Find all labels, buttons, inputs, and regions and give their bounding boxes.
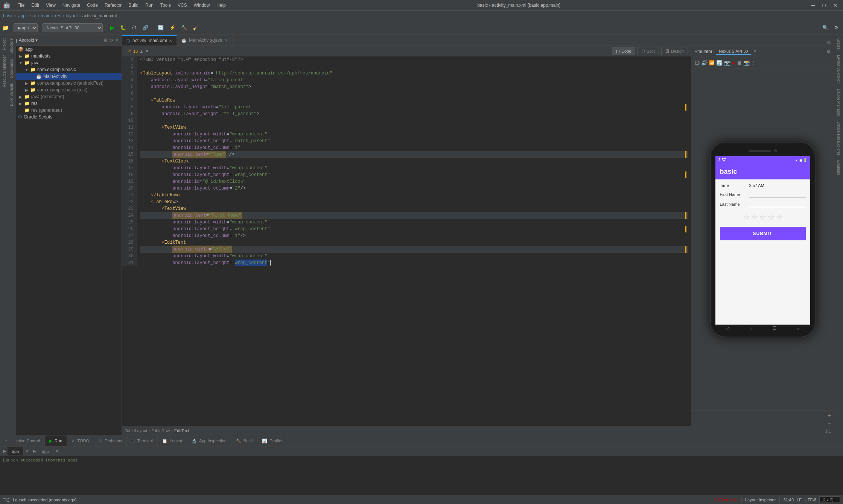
breadcrumb-tablerow[interactable]: TableRow xyxy=(152,428,170,433)
close-panel-icon[interactable]: ✕ xyxy=(115,38,119,43)
device-file-explorer-label[interactable]: Device File Explorer xyxy=(836,119,841,157)
record-btn[interactable]: ● xyxy=(732,60,735,66)
layout-validation-label[interactable]: Layout Validation xyxy=(836,53,841,86)
settings-button[interactable]: ⚙ xyxy=(832,24,841,32)
project-panel-label[interactable]: Project xyxy=(2,36,7,52)
menu-navigate[interactable]: Navigate xyxy=(59,2,83,9)
tree-item-java-generated[interactable]: ▶ 📁 java (generated) xyxy=(9,93,122,100)
settings-editor-icon[interactable]: ⚙ xyxy=(824,40,834,46)
code-editor[interactable]: 1 2 3 4 5 6 7 8 9 10 11 12 13 xyxy=(122,56,691,426)
power-btn[interactable]: ⏻ xyxy=(694,60,700,66)
tab-mainactivity-java[interactable]: ☕ MainActivity.java ✕ xyxy=(177,35,232,46)
phone-screen[interactable]: 2:57 ▲ ◼ 🔋 basic xyxy=(715,156,810,325)
menu-run[interactable]: Run xyxy=(142,2,157,9)
sync-button[interactable]: 🔄 xyxy=(155,24,166,32)
back-button[interactable]: ◁ xyxy=(726,326,729,331)
build-tab[interactable]: 🔨 Build xyxy=(231,436,257,446)
build-variants-label[interactable]: Build Variants xyxy=(9,81,14,108)
expand-arrow-java-gen[interactable]: ▶ xyxy=(18,95,23,99)
menu-tools[interactable]: Tools xyxy=(157,2,174,9)
breadcrumb-tablelayout[interactable]: TableLayout xyxy=(125,428,147,433)
logcat-tab[interactable]: 📋 Logcat xyxy=(158,436,187,446)
make-button[interactable]: 🔨 xyxy=(179,24,189,32)
tree-item-res[interactable]: ▶ 📁 res xyxy=(9,100,122,107)
phone-submit-button[interactable]: SUBMIT xyxy=(720,227,806,240)
line-ending-indicator[interactable]: LF xyxy=(797,498,802,502)
close-run-tab[interactable]: ✕ xyxy=(25,449,28,453)
tree-item-app[interactable]: ▼ 📦 app xyxy=(9,46,122,53)
menu-help[interactable]: Help xyxy=(213,2,229,9)
emulator-edge-label[interactable]: Emulator xyxy=(836,158,841,178)
tree-item-gradle[interactable]: ▶ ⚙ Gradle Scripts xyxy=(9,114,122,120)
line-col-indicator[interactable]: 31:49 xyxy=(784,498,794,502)
expand-warnings-btn[interactable]: ▲ xyxy=(139,49,143,53)
minimize-button[interactable]: ─ xyxy=(809,2,817,8)
expand-arrow-manifests[interactable]: ▶ xyxy=(18,54,23,58)
menu-refactor[interactable]: Refactor xyxy=(102,2,125,9)
star-2[interactable]: ☆ xyxy=(751,213,758,222)
nav-app[interactable]: app xyxy=(18,13,26,18)
cog-icon[interactable]: ⚙ xyxy=(103,38,108,43)
gradle-sync[interactable]: ⚡ xyxy=(167,24,178,32)
menu-file[interactable]: File xyxy=(14,2,27,9)
breadcrumb-edittext[interactable]: EditText xyxy=(174,428,189,433)
close-tab-java[interactable]: ✕ xyxy=(225,38,228,43)
menu-code[interactable]: Code xyxy=(84,2,101,9)
home-button[interactable]: ○ xyxy=(749,326,752,331)
tree-item-manifests[interactable]: ▶ 📁 manifests xyxy=(9,53,122,59)
nav-src[interactable]: src xyxy=(30,13,36,18)
emulator-device-tab[interactable]: Nexus S API 30 xyxy=(716,48,751,55)
problems-tab[interactable]: ⚠ Problems xyxy=(94,436,127,446)
tab-activity-main-xml[interactable]: ⬡ activity_main.xml ✕ xyxy=(122,35,177,46)
attach-button[interactable]: 🔗 xyxy=(140,24,151,32)
device-manager-label[interactable]: Device Manager xyxy=(836,87,841,118)
rotate-btn[interactable]: 🔄 xyxy=(716,60,723,66)
volume-up-btn[interactable]: 🔊 xyxy=(701,60,708,66)
expand-arrow-java[interactable]: ▼ xyxy=(18,61,23,65)
star-4[interactable]: ☆ xyxy=(768,213,775,222)
phone-firstname-input[interactable] xyxy=(749,191,806,197)
gradle-panel-label[interactable]: Gradle xyxy=(836,36,841,52)
encoding-indicator[interactable]: UTF-8 xyxy=(805,498,816,502)
stop-btn[interactable]: ⏹ xyxy=(736,60,742,66)
zoom-in-btn[interactable]: + xyxy=(828,412,831,419)
menu-window[interactable]: Window xyxy=(191,2,213,9)
gear-icon[interactable]: ⚙ xyxy=(109,38,113,43)
bookmarks-label[interactable]: Bookmarks xyxy=(9,57,14,80)
run-config-select[interactable]: ▶ app xyxy=(14,23,38,32)
menu-edit[interactable]: Edit xyxy=(28,2,42,9)
nav-current-file[interactable]: activity_main.xml xyxy=(82,13,117,18)
expand-arrow-res[interactable]: ▶ xyxy=(18,102,23,106)
maximize-button[interactable]: □ xyxy=(820,2,828,8)
tree-item-androidtest[interactable]: ▶ 📁 com.example.basic (androidTest) xyxy=(9,80,122,87)
tree-item-res-generated[interactable]: 📁 res (generated) xyxy=(9,107,122,114)
design-view-btn[interactable]: 🖼 Design xyxy=(661,47,688,55)
event-log-btn[interactable]: ⚠ Event Log xyxy=(714,497,738,502)
search-phone-button[interactable]: ⌕ xyxy=(797,326,800,331)
run-button[interactable]: ▶ xyxy=(108,23,117,32)
close-button[interactable]: ✕ xyxy=(831,2,840,8)
app-inspection-tab[interactable]: 🔬 App Inspection xyxy=(187,436,231,446)
menu-phone-button[interactable]: ☰ xyxy=(773,326,777,331)
layout-inspector-btn[interactable]: Layout Inspector xyxy=(745,498,776,502)
close-tab-xml[interactable]: ✕ xyxy=(169,39,172,43)
tree-item-java[interactable]: ▼ 📁 java xyxy=(9,59,122,66)
run-tab[interactable]: ▶ Run xyxy=(45,436,67,446)
star-5[interactable]: ☆ xyxy=(776,213,783,222)
structure-label[interactable]: Structure xyxy=(9,36,14,56)
screenshot-btn[interactable]: 📷 xyxy=(724,60,730,66)
android-dropdown[interactable]: 🤖 Android ▾ xyxy=(12,38,38,43)
menu-build[interactable]: Build xyxy=(125,2,142,9)
split-view-btn[interactable]: ⊟ Split xyxy=(638,47,659,55)
terminal-tab[interactable]: ⊞ Terminal xyxy=(127,436,158,446)
more-btn[interactable]: ⋮ xyxy=(751,60,756,66)
ime-indicator[interactable]: 英 / 简 T xyxy=(819,496,840,503)
snapshot-btn[interactable]: 📸 xyxy=(743,60,750,66)
code-view-btn[interactable]: { } Code xyxy=(612,47,636,55)
run-config-label2[interactable]: app xyxy=(37,447,53,455)
expand-arrow-androidtest[interactable]: ▶ xyxy=(24,81,29,85)
resource-manager-label[interactable]: Resource Manager xyxy=(2,53,7,90)
nav-main[interactable]: main xyxy=(41,13,50,18)
emulator-settings-icon[interactable]: ⚙ xyxy=(826,49,831,54)
nav-basic[interactable]: basic xyxy=(3,13,14,18)
